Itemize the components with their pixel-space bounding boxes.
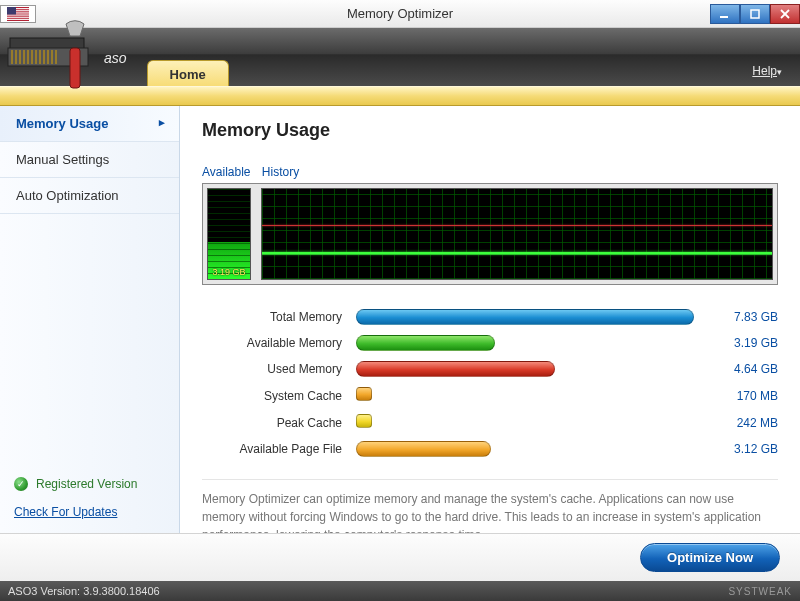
tab-home[interactable]: Home xyxy=(147,60,229,86)
stat-value: 3.12 GB xyxy=(708,442,778,456)
svg-rect-7 xyxy=(7,7,16,15)
sidebar-item-label: Memory Usage xyxy=(16,116,108,131)
svg-rect-26 xyxy=(70,48,80,88)
tab-bar: Home xyxy=(147,28,229,86)
main-area: Memory Usage Manual Settings Auto Optimi… xyxy=(0,106,800,533)
svg-rect-9 xyxy=(751,10,759,18)
stat-bar-peak-cache xyxy=(356,414,694,431)
close-button[interactable] xyxy=(770,4,800,24)
stat-label: System Cache xyxy=(202,389,342,403)
stat-value: 3.19 GB xyxy=(708,336,778,350)
svg-rect-4 xyxy=(7,14,29,15)
sidebar-item-label: Auto Optimization xyxy=(16,188,119,203)
brand-label: aso xyxy=(104,50,127,66)
svg-rect-8 xyxy=(720,16,728,18)
description-text: Memory Optimizer can optimize memory and… xyxy=(202,479,778,533)
stat-label: Available Page File xyxy=(202,442,342,456)
minimize-button[interactable] xyxy=(710,4,740,24)
watermark-label: SYSTWEAK xyxy=(728,586,792,597)
history-graph xyxy=(261,188,773,280)
graph-tab-available[interactable]: Available xyxy=(202,165,250,179)
stat-bar-used xyxy=(356,361,694,377)
graph-tab-history[interactable]: History xyxy=(262,165,299,179)
checkmark-icon: ✓ xyxy=(14,477,28,491)
sidebar-item-memory-usage[interactable]: Memory Usage xyxy=(0,106,179,142)
content-pane: Memory Usage Available History 3.19 GB T… xyxy=(180,106,800,533)
stat-label: Used Memory xyxy=(202,362,342,376)
registered-status: ✓ Registered Version xyxy=(0,469,179,499)
stat-value: 7.83 GB xyxy=(708,310,778,324)
stat-bar-page-file xyxy=(356,441,694,457)
graph-panel: 3.19 GB xyxy=(202,183,778,285)
available-memory-meter: 3.19 GB xyxy=(207,188,251,280)
svg-rect-5 xyxy=(7,16,29,17)
maximize-button[interactable] xyxy=(740,4,770,24)
page-title: Memory Usage xyxy=(202,120,778,141)
footer-bar: Optimize Now xyxy=(0,533,800,581)
memory-stats-table: Total Memory 7.83 GB Available Memory 3.… xyxy=(202,309,778,457)
sidebar-item-auto-optimization[interactable]: Auto Optimization xyxy=(0,178,179,214)
window-title: Memory Optimizer xyxy=(347,6,453,21)
status-bar: ASO3 Version: 3.9.3800.18406 SYSTWEAK xyxy=(0,581,800,601)
stat-bar-total xyxy=(356,309,694,325)
stat-bar-system-cache xyxy=(356,387,694,404)
sidebar-item-label: Manual Settings xyxy=(16,152,109,167)
sidebar: Memory Usage Manual Settings Auto Optimi… xyxy=(0,106,180,533)
stat-bar-available xyxy=(356,335,694,351)
stat-label: Available Memory xyxy=(202,336,342,350)
help-menu[interactable]: Help xyxy=(752,64,782,78)
toolbar: aso Home Help xyxy=(0,28,800,86)
check-for-updates-link[interactable]: Check For Updates xyxy=(0,499,179,533)
stat-value: 4.64 GB xyxy=(708,362,778,376)
version-label: ASO3 Version: 3.9.3800.18406 xyxy=(8,585,160,597)
title-bar: Memory Optimizer xyxy=(0,0,800,28)
meter-value-label: 3.19 GB xyxy=(208,267,250,277)
optimize-now-button[interactable]: Optimize Now xyxy=(640,543,780,572)
stat-label: Total Memory xyxy=(202,310,342,324)
registered-label: Registered Version xyxy=(36,477,137,491)
sidebar-item-manual-settings[interactable]: Manual Settings xyxy=(0,142,179,178)
stat-value: 242 MB xyxy=(708,416,778,430)
window-controls xyxy=(710,4,800,24)
stat-label: Peak Cache xyxy=(202,416,342,430)
stat-value: 170 MB xyxy=(708,389,778,403)
graph-tabs: Available History xyxy=(202,165,778,179)
app-logo-icon xyxy=(6,20,100,92)
ribbon-strip xyxy=(0,86,800,106)
